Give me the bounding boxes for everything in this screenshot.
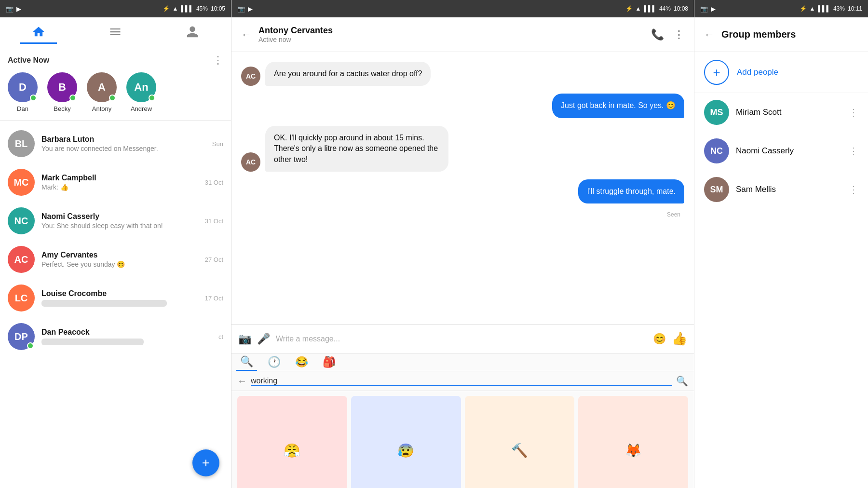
miriam-name: Miriam Scott — [736, 108, 842, 117]
conversations-list: BL Barbara Luton You are now connected o… — [0, 124, 231, 488]
left-status-icons: 📷 ▶ — [6, 5, 21, 13]
sam-name: Sam Mellis — [736, 185, 842, 194]
naomi-time: 31 Oct — [205, 217, 223, 225]
msg-row-1: AC Are you around for a cactus water dro… — [241, 62, 684, 86]
group-back-btn[interactable]: ← — [704, 28, 715, 41]
active-users-list: D Dan B Becky A Antony — [8, 72, 223, 112]
add-people-circle: + — [704, 60, 729, 85]
like-input-icon[interactable]: 👍 — [672, 331, 687, 346]
amy-time: 27 Oct — [205, 256, 223, 263]
sticker-tab-search[interactable]: 🔍 — [236, 353, 257, 371]
sticker-tab-bag[interactable]: 🎒 — [319, 354, 339, 370]
mic-input-icon[interactable]: 🎤 — [257, 333, 270, 345]
sticker-1[interactable]: 😤 — [237, 396, 347, 488]
mid-status-bar: 📷 ▶ ⚡ ▲ ▌▌▌ 44% 10:08 — [231, 0, 694, 17]
louise-preview — [41, 300, 167, 307]
active-user-dan[interactable]: D Dan — [8, 72, 38, 112]
sticker-tab-recent[interactable]: 🕐 — [264, 354, 285, 370]
sam-more-btn[interactable]: ⋮ — [849, 184, 858, 195]
sticker-tab-laugh[interactable]: 😂 — [291, 354, 312, 370]
sticker-search-input[interactable] — [251, 377, 672, 386]
sticker-3[interactable]: 🔨 — [465, 396, 575, 488]
conv-naomi[interactable]: NC Naomi Casserly You: She should sleep … — [0, 202, 231, 240]
chat-contact-status: Active now — [258, 36, 644, 43]
emoji-input-icon[interactable]: 😊 — [653, 333, 666, 345]
msg-avatar-ac2: AC — [241, 152, 260, 172]
active-user-antony[interactable]: A Antony — [87, 72, 117, 112]
amy-avatar: AC — [8, 246, 35, 273]
new-message-fab[interactable]: + — [192, 449, 219, 476]
dan-peacock-name: Dan Peacock — [41, 328, 212, 337]
becky-avatar-wrap: B — [47, 72, 77, 102]
msg-row-4: I'll struggle through, mate. — [241, 179, 684, 203]
naomi-more-btn[interactable]: ⋮ — [849, 145, 858, 157]
mid-status-left: 📷 ▶ — [237, 5, 253, 13]
play-icon: ▶ — [16, 5, 21, 13]
active-now-more-icon[interactable]: ⋮ — [213, 54, 223, 67]
mid-battery-label: 44% — [659, 5, 671, 12]
conv-dan-peacock[interactable]: DP Dan Peacock ct — [0, 317, 231, 356]
active-user-becky[interactable]: B Becky — [47, 72, 77, 112]
chat-header-info: Antony Cervantes Active now — [258, 26, 644, 43]
time-label: 10:05 — [211, 5, 225, 12]
andrew-avatar-wrap: An — [126, 72, 156, 102]
naomi-preview: You: She should sleep easy with that on! — [41, 222, 198, 230]
barbara-time: Sun — [212, 140, 223, 148]
chat-back-btn[interactable]: ← — [241, 28, 252, 41]
group-members-list: + Add people MS Miriam Scott ⋮ NC Naomi … — [694, 52, 868, 488]
becky-name: Becky — [54, 105, 70, 112]
group-header: ← Group members — [694, 17, 868, 52]
left-status-bar: 📷 ▶ ⚡ ▲ ▌▌▌ 45% 10:05 — [0, 0, 231, 17]
chat-phone-btn[interactable]: 📞 — [651, 28, 664, 41]
nav-home-btn[interactable] — [20, 21, 57, 44]
mark-avatar: MC — [8, 169, 35, 196]
naomi-member-avatar: NC — [704, 138, 729, 163]
right-time-label: 10:11 — [848, 5, 862, 12]
miriam-more-btn[interactable]: ⋮ — [849, 107, 858, 118]
conv-amy[interactable]: AC Amy Cervantes Perfect. See you sunday… — [0, 240, 231, 279]
dan-online-dot — [30, 95, 37, 101]
naomi-avatar: NC — [8, 207, 35, 234]
mark-preview: Mark: 👍 — [41, 183, 198, 191]
andrew-name: Andrew — [131, 105, 152, 112]
member-miriam[interactable]: MS Miriam Scott ⋮ — [694, 93, 868, 132]
dan-peacock-avatar: DP — [8, 323, 35, 350]
add-people-row[interactable]: + Add people — [694, 52, 868, 93]
sticker-grid: 😤 😰 🔨 🦊 😵 🐱 👣 🌀 — [231, 391, 694, 488]
nav-profile-btn[interactable] — [174, 21, 211, 44]
conv-louise[interactable]: LC Louise Crocombe 17 Oct — [0, 279, 231, 317]
active-now-header: Active Now ⋮ — [8, 54, 223, 67]
conv-barbara[interactable]: BL Barbara Luton You are now connected o… — [0, 124, 231, 163]
barbara-info: Barbara Luton You are now connected on M… — [41, 135, 205, 152]
messages-area: AC Are you around for a cactus water dro… — [231, 52, 694, 324]
active-user-andrew[interactable]: An Andrew — [126, 72, 156, 112]
bluetooth-icon: ⚡ — [163, 5, 170, 12]
right-bluetooth-icon: ⚡ — [800, 5, 807, 12]
louise-name: Louise Crocombe — [41, 289, 198, 298]
active-now-section: Active Now ⋮ D Dan B Becky A — [0, 48, 231, 116]
wifi-icon: ▲ — [173, 5, 178, 12]
sticker-2[interactable]: 😰 — [351, 396, 461, 488]
sticker-search-icon[interactable]: 🔍 — [676, 375, 688, 387]
becky-online-dot — [69, 95, 76, 101]
battery-label: 45% — [196, 5, 208, 12]
sticker-4[interactable]: 🦊 — [578, 396, 688, 488]
member-sam[interactable]: SM Sam Mellis ⋮ — [694, 170, 868, 209]
naomi-name: Naomi Casserly — [41, 212, 198, 221]
message-input[interactable] — [276, 335, 647, 343]
sticker-panel: 🔍 🕐 😂 🎒 ← 🔍 😤 😰 🔨 🦊 😵 🐱 👣 🌀 — [231, 353, 694, 488]
amy-preview: Perfect. See you sunday 😊 — [41, 260, 198, 268]
member-naomi[interactable]: NC Naomi Casserly ⋮ — [694, 132, 868, 170]
group-title: Group members — [721, 29, 796, 40]
dan-peacock-online-dot — [27, 342, 34, 349]
camera-input-icon[interactable]: 📷 — [238, 333, 251, 345]
active-now-title: Active Now — [8, 56, 49, 65]
bubble-2: Just got back in mate. So yes. 😊 — [552, 94, 684, 118]
conv-mark[interactable]: MC Mark Campbell Mark: 👍 31 Oct — [0, 163, 231, 202]
chat-actions: 📞 ⋮ — [651, 28, 684, 41]
chat-more-btn[interactable]: ⋮ — [674, 28, 684, 41]
sticker-search-back-icon[interactable]: ← — [237, 376, 247, 387]
mark-name: Mark Campbell — [41, 174, 198, 182]
nav-menu-btn[interactable] — [97, 21, 134, 44]
mark-time: 31 Oct — [205, 179, 223, 186]
